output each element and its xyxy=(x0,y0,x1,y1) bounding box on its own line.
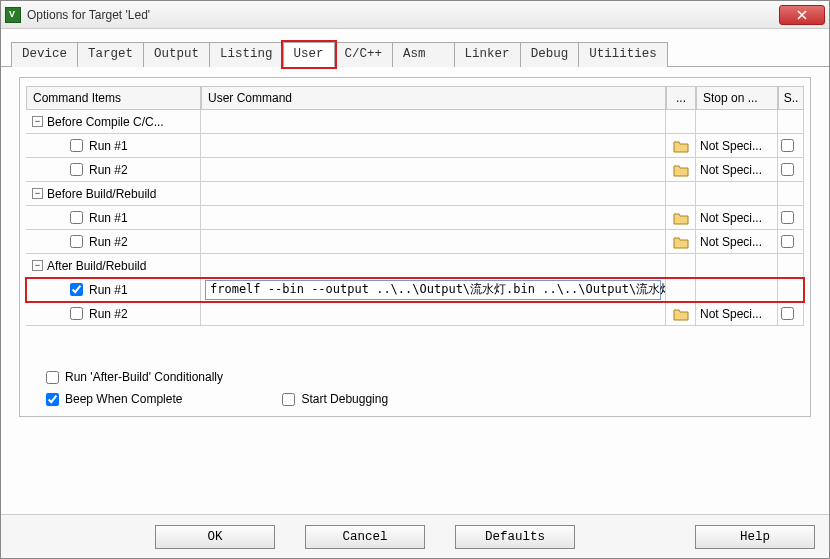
tab-debug[interactable]: Debug xyxy=(520,42,580,67)
defaults-button[interactable]: Defaults xyxy=(455,525,575,549)
run-label: Run #2 xyxy=(89,163,128,177)
cmd-cell[interactable]: fromelf --bin --output ..\..\Output\流水灯.… xyxy=(201,278,666,302)
run-label: Run #1 xyxy=(89,139,128,153)
stop-cell[interactable]: Not Speci... xyxy=(696,158,778,182)
dialog-window: Options for Target 'Led' Device Target O… xyxy=(0,0,830,559)
group-label: After Build/Rebuild xyxy=(47,259,146,273)
col-browse[interactable]: ... xyxy=(666,86,696,110)
col-stop-on[interactable]: Stop on ... xyxy=(696,86,778,110)
button-bar: OK Cancel Defaults Help xyxy=(1,514,829,558)
table-header: Command Items User Command ... Stop on .… xyxy=(26,86,804,110)
run-label: Run #2 xyxy=(89,307,128,321)
col-user-command[interactable]: User Command xyxy=(201,86,666,110)
cmd-input[interactable]: fromelf --bin --output ..\..\Output\流水灯.… xyxy=(205,280,661,300)
tab-user[interactable]: User xyxy=(283,42,335,67)
cmd-cell[interactable] xyxy=(201,302,666,326)
group-before-build[interactable]: −Before Build/Rebuild xyxy=(26,182,804,206)
spawn-checkbox[interactable] xyxy=(781,163,794,176)
tab-strip: Device Target Output Listing User C/C++ … xyxy=(1,29,829,67)
start-debugging-label: Start Debugging xyxy=(301,392,388,406)
stop-cell[interactable]: Not Speci... xyxy=(696,302,778,326)
run1-checkbox[interactable] xyxy=(70,283,83,296)
run-conditionally-checkbox[interactable] xyxy=(46,371,59,384)
start-debugging-checkbox[interactable] xyxy=(282,393,295,406)
run1-checkbox[interactable] xyxy=(70,211,83,224)
browse-button[interactable] xyxy=(666,134,696,158)
run-label: Run #2 xyxy=(89,235,128,249)
tab-linker[interactable]: Linker xyxy=(454,42,521,67)
spawn-checkbox[interactable] xyxy=(781,307,794,320)
app-icon xyxy=(5,7,21,23)
ok-button[interactable]: OK xyxy=(155,525,275,549)
tab-output[interactable]: Output xyxy=(143,42,210,67)
tab-target[interactable]: Target xyxy=(77,42,144,67)
beep-label: Beep When Complete xyxy=(65,392,182,406)
stop-cell[interactable]: Not Speci... xyxy=(696,230,778,254)
table-row: Run #2 Not Speci... xyxy=(26,302,804,326)
commands-group: Command Items User Command ... Stop on .… xyxy=(19,77,811,417)
cmd-cell[interactable] xyxy=(201,230,666,254)
group-label: Before Compile C/C... xyxy=(47,115,164,129)
run-label: Run #1 xyxy=(89,211,128,225)
titlebar: Options for Target 'Led' xyxy=(1,1,829,29)
folder-icon xyxy=(673,235,689,249)
browse-button[interactable] xyxy=(666,206,696,230)
table-row: Run #1 Not Speci... xyxy=(26,134,804,158)
beep-checkbox[interactable] xyxy=(46,393,59,406)
run1-checkbox[interactable] xyxy=(70,139,83,152)
run2-checkbox[interactable] xyxy=(70,163,83,176)
close-icon xyxy=(797,10,807,20)
tab-device[interactable]: Device xyxy=(11,42,78,67)
col-command-items[interactable]: Command Items xyxy=(26,86,201,110)
table-row: Run #2 Not Speci... xyxy=(26,230,804,254)
run-conditionally-label: Run 'After-Build' Conditionally xyxy=(65,370,223,384)
spawn-checkbox[interactable] xyxy=(781,235,794,248)
window-title: Options for Target 'Led' xyxy=(27,8,779,22)
cmd-cell[interactable] xyxy=(201,158,666,182)
tab-asm[interactable]: Asm xyxy=(392,42,455,67)
col-spawn[interactable]: S.. xyxy=(778,86,804,110)
group-label: Before Build/Rebuild xyxy=(47,187,156,201)
tab-content: Command Items User Command ... Stop on .… xyxy=(1,67,829,514)
tab-utilities[interactable]: Utilities xyxy=(578,42,668,67)
close-button[interactable] xyxy=(779,5,825,25)
folder-icon xyxy=(673,307,689,321)
folder-icon xyxy=(673,211,689,225)
tab-listing[interactable]: Listing xyxy=(209,42,284,67)
table-row: Run #1 Not Speci... xyxy=(26,206,804,230)
option-row: Beep When Complete Start Debugging xyxy=(26,388,804,410)
browse-button[interactable] xyxy=(666,230,696,254)
collapse-icon[interactable]: − xyxy=(32,188,43,199)
browse-button[interactable] xyxy=(666,278,696,302)
table-row: Run #2 Not Speci... xyxy=(26,158,804,182)
spawn-checkbox[interactable] xyxy=(781,211,794,224)
cmd-cell[interactable] xyxy=(201,206,666,230)
cancel-button[interactable]: Cancel xyxy=(305,525,425,549)
collapse-icon[interactable]: − xyxy=(32,116,43,127)
run-label: Run #1 xyxy=(89,283,128,297)
run2-checkbox[interactable] xyxy=(70,235,83,248)
help-button[interactable]: Help xyxy=(695,525,815,549)
collapse-icon[interactable]: − xyxy=(32,260,43,271)
stop-cell[interactable]: Not Speci... xyxy=(696,134,778,158)
run2-checkbox[interactable] xyxy=(70,307,83,320)
cmd-cell[interactable] xyxy=(201,134,666,158)
option-row: Run 'After-Build' Conditionally xyxy=(26,366,804,388)
browse-button[interactable] xyxy=(666,158,696,182)
table-row-highlighted: Run #1 fromelf --bin --output ..\..\Outp… xyxy=(26,278,804,302)
stop-cell[interactable]: Not Speci... xyxy=(696,206,778,230)
browse-button[interactable] xyxy=(666,302,696,326)
tab-cpp[interactable]: C/C++ xyxy=(334,42,394,67)
stop-cell[interactable] xyxy=(696,278,778,302)
spawn-checkbox[interactable] xyxy=(781,139,794,152)
folder-icon xyxy=(673,163,689,177)
group-before-compile[interactable]: −Before Compile C/C... xyxy=(26,110,804,134)
folder-icon xyxy=(673,139,689,153)
group-after-build[interactable]: −After Build/Rebuild xyxy=(26,254,804,278)
